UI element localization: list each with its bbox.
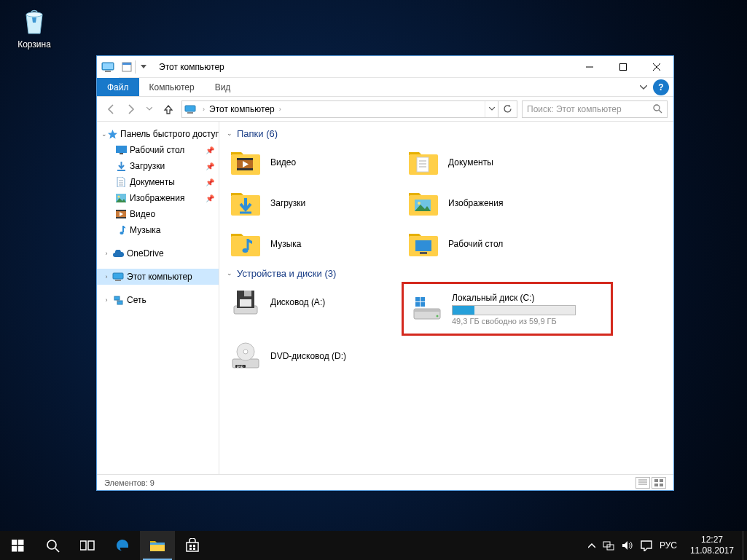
hdd-icon <box>411 293 443 325</box>
task-view-button[interactable] <box>70 531 105 560</box>
tray-time: 12:27 <box>690 535 734 545</box>
svg-point-21 <box>118 196 120 198</box>
help-button[interactable]: ? <box>653 79 669 95</box>
svg-rect-82 <box>150 543 165 545</box>
tray-network-icon[interactable] <box>603 540 614 551</box>
network-icon <box>112 294 125 306</box>
qat-properties-icon[interactable] <box>119 56 135 78</box>
forward-button[interactable] <box>122 100 139 118</box>
sidebar-item-desktop[interactable]: Рабочий стол 📌 <box>97 142 219 158</box>
drive-c[interactable]: Локальный диск (C:) 49,3 ГБ свободно из … <box>405 285 609 332</box>
svg-rect-83 <box>187 543 198 551</box>
sidebar-item-label: Панель быстрого доступа <box>120 129 219 139</box>
sidebar-item-label: Рабочий стол <box>130 145 184 155</box>
sidebar-item-downloads[interactable]: Загрузки 📌 <box>97 158 219 174</box>
chevron-down-icon: ⌄ <box>227 130 232 137</box>
section-label: Папки (6) <box>237 128 278 139</box>
search-placeholder: Поиск: Этот компьютер <box>527 104 622 114</box>
svg-rect-7 <box>620 63 627 70</box>
tray-volume-icon[interactable] <box>622 540 633 551</box>
minimize-button[interactable] <box>573 56 606 78</box>
sidebar-this-pc[interactable]: › Этот компьютер <box>97 269 219 285</box>
svg-rect-58 <box>421 297 425 301</box>
svg-rect-2 <box>103 63 113 69</box>
address-dropdown-icon[interactable] <box>485 101 498 117</box>
window-title: Этот компьютер <box>159 62 224 72</box>
up-button[interactable] <box>160 100 177 118</box>
folder-videos[interactable]: Видео <box>224 142 402 183</box>
svg-rect-49 <box>420 252 427 254</box>
cloud-icon <box>112 248 125 259</box>
svg-rect-52 <box>244 291 251 296</box>
section-folders[interactable]: ⌄ Папки (6) <box>224 125 673 142</box>
svg-rect-34 <box>237 168 253 170</box>
start-button[interactable] <box>0 531 35 560</box>
taskbar: РУС 12:27 11.08.2017 <box>0 531 747 560</box>
sidebar-item-label: Загрузки <box>130 161 165 171</box>
drive-floppy[interactable]: Дисковод (A:) <box>224 282 402 323</box>
address-refresh-icon[interactable] <box>498 101 517 117</box>
recycle-bin-icon <box>19 6 50 36</box>
view-details-icon[interactable] <box>635 477 650 489</box>
taskbar-store-button[interactable] <box>175 531 210 560</box>
folder-pictures[interactable]: Изображения <box>402 183 579 224</box>
sidebar-item-label: Музыка <box>130 225 160 235</box>
svg-rect-79 <box>80 541 86 550</box>
tab-view[interactable]: Вид <box>205 78 241 96</box>
dvd-icon: DVD <box>230 340 262 372</box>
ribbon-expand-icon[interactable] <box>634 78 653 96</box>
folder-documents[interactable]: Документы <box>402 142 579 183</box>
breadcrumb-root[interactable]: › Этот компьютер › <box>198 101 286 117</box>
sidebar-item-music[interactable]: Музыка <box>97 222 219 238</box>
floppy-icon <box>230 286 262 318</box>
svg-rect-28 <box>114 296 120 300</box>
tab-computer[interactable]: Компьютер <box>139 78 205 96</box>
show-desktop-button[interactable] <box>743 531 747 560</box>
search-icon <box>653 104 662 114</box>
drive-label: Локальный диск (C:) <box>452 293 576 303</box>
svg-rect-71 <box>654 484 658 486</box>
folder-music[interactable]: Музыка <box>224 224 402 264</box>
sidebar-onedrive[interactable]: › OneDrive <box>97 245 219 261</box>
sidebar-item-documents[interactable]: Документы 📌 <box>97 174 219 190</box>
desktop-recycle-bin[interactable]: Корзина <box>9 6 60 50</box>
tray-action-center-icon[interactable] <box>641 540 652 551</box>
svg-rect-85 <box>193 545 195 547</box>
chevron-right-icon: › <box>101 273 112 280</box>
drive-status: 49,3 ГБ свободно из 59,9 ГБ <box>452 317 576 326</box>
search-input[interactable]: Поиск: Этот компьютер <box>522 100 668 118</box>
taskbar-explorer-button[interactable] <box>140 531 175 560</box>
sidebar-network[interactable]: › Сеть <box>97 292 219 308</box>
titlebar-app-icon[interactable] <box>97 56 119 78</box>
folder-label: Загрузки <box>270 198 305 208</box>
drive-dvd[interactable]: DVD DVD-дисковод (D:) <box>224 336 402 376</box>
address-bar[interactable]: › Этот компьютер › <box>181 100 517 118</box>
folder-downloads[interactable]: Загрузки <box>224 183 402 224</box>
sidebar-item-pictures[interactable]: Изображения 📌 <box>97 190 219 206</box>
back-button[interactable] <box>103 100 120 118</box>
recent-dropdown-icon[interactable] <box>141 100 158 118</box>
qat-dropdown-icon[interactable] <box>136 56 152 78</box>
folder-desktop[interactable]: Рабочий стол <box>402 224 579 264</box>
folder-label: Музыка <box>270 239 301 249</box>
close-button[interactable] <box>640 56 673 78</box>
sidebar-quick-access[interactable]: ⌄ Панель быстрого доступа <box>97 126 219 142</box>
folder-label: Документы <box>448 157 493 167</box>
taskbar-edge-button[interactable] <box>105 531 140 560</box>
maximize-button[interactable] <box>606 56 640 78</box>
tray-clock[interactable]: 12:27 11.08.2017 <box>684 535 740 556</box>
view-large-icons-icon[interactable] <box>652 477 666 489</box>
section-drives[interactable]: ⌄ Устройства и диски (3) <box>224 264 673 282</box>
svg-point-56 <box>437 315 439 318</box>
tray-language[interactable]: РУС <box>660 540 677 551</box>
svg-rect-84 <box>189 545 192 547</box>
pin-icon: 📌 <box>206 162 214 170</box>
usage-bar <box>452 305 576 315</box>
svg-rect-60 <box>421 302 425 307</box>
svg-rect-15 <box>120 153 123 154</box>
tray-up-icon[interactable] <box>588 543 595 548</box>
tab-file[interactable]: Файл <box>97 78 139 96</box>
taskbar-search-button[interactable] <box>35 531 70 560</box>
picture-icon <box>114 192 128 204</box>
sidebar-item-videos[interactable]: Видео <box>97 206 219 222</box>
